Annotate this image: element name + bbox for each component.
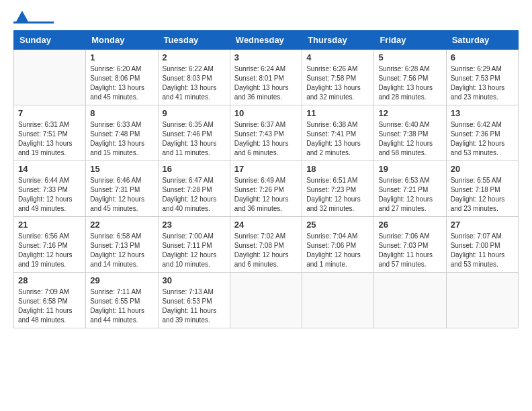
calendar-cell: 4Sunrise: 6:26 AM Sunset: 7:58 PM Daylig… xyxy=(302,50,374,105)
day-number: 13 xyxy=(451,108,514,118)
calendar-cell: 30Sunrise: 7:13 AM Sunset: 6:53 PM Dayli… xyxy=(158,273,230,328)
calendar-cell: 23Sunrise: 7:00 AM Sunset: 7:11 PM Dayli… xyxy=(158,217,230,273)
weekday-header-wednesday: Wednesday xyxy=(230,31,302,50)
day-info: Sunrise: 7:13 AM Sunset: 6:53 PM Dayligh… xyxy=(163,287,226,325)
calendar-cell: 7Sunrise: 6:31 AM Sunset: 7:51 PM Daylig… xyxy=(14,105,86,161)
calendar-cell: 25Sunrise: 7:04 AM Sunset: 7:06 PM Dayli… xyxy=(302,217,374,273)
day-number: 3 xyxy=(234,52,298,62)
calendar-cell: 20Sunrise: 6:55 AM Sunset: 7:18 PM Dayli… xyxy=(446,161,518,217)
day-info: Sunrise: 6:55 AM Sunset: 7:18 PM Dayligh… xyxy=(451,176,514,214)
calendar-cell: 13Sunrise: 6:42 AM Sunset: 7:36 PM Dayli… xyxy=(446,105,518,161)
calendar-week-row: 7Sunrise: 6:31 AM Sunset: 7:51 PM Daylig… xyxy=(14,105,519,161)
calendar-cell: 10Sunrise: 6:37 AM Sunset: 7:43 PM Dayli… xyxy=(230,105,302,161)
day-info: Sunrise: 6:44 AM Sunset: 7:33 PM Dayligh… xyxy=(18,176,81,214)
calendar-cell: 24Sunrise: 7:02 AM Sunset: 7:08 PM Dayli… xyxy=(230,217,302,273)
calendar-cell: 14Sunrise: 6:44 AM Sunset: 7:33 PM Dayli… xyxy=(14,161,86,217)
day-number: 24 xyxy=(234,220,298,230)
day-info: Sunrise: 7:06 AM Sunset: 7:03 PM Dayligh… xyxy=(378,232,441,269)
calendar-cell: 22Sunrise: 6:58 AM Sunset: 7:13 PM Dayli… xyxy=(86,217,158,273)
calendar-cell: 26Sunrise: 7:06 AM Sunset: 7:03 PM Dayli… xyxy=(374,217,446,273)
day-number: 26 xyxy=(378,220,441,230)
calendar-cell: 29Sunrise: 7:11 AM Sunset: 6:55 PM Dayli… xyxy=(86,273,158,328)
weekday-header-thursday: Thursday xyxy=(302,31,374,50)
calendar-cell: 27Sunrise: 7:07 AM Sunset: 7:00 PM Dayli… xyxy=(446,217,518,273)
day-info: Sunrise: 6:20 AM Sunset: 8:06 PM Dayligh… xyxy=(90,64,153,102)
day-number: 20 xyxy=(451,164,514,174)
calendar-cell xyxy=(374,273,446,328)
calendar-week-row: 1Sunrise: 6:20 AM Sunset: 8:06 PM Daylig… xyxy=(14,50,519,105)
day-number: 2 xyxy=(163,52,226,62)
calendar-cell: 2Sunrise: 6:22 AM Sunset: 8:03 PM Daylig… xyxy=(158,50,230,105)
day-number: 8 xyxy=(90,108,153,118)
calendar-cell: 18Sunrise: 6:51 AM Sunset: 7:23 PM Dayli… xyxy=(302,161,374,217)
day-info: Sunrise: 6:26 AM Sunset: 7:58 PM Dayligh… xyxy=(306,64,369,102)
day-number: 15 xyxy=(90,164,153,174)
day-info: Sunrise: 7:02 AM Sunset: 7:08 PM Dayligh… xyxy=(234,232,298,269)
day-number: 25 xyxy=(306,220,369,230)
weekday-header-monday: Monday xyxy=(86,31,158,50)
calendar-cell: 6Sunrise: 6:29 AM Sunset: 7:53 PM Daylig… xyxy=(446,50,518,105)
day-number: 6 xyxy=(451,52,514,62)
calendar-cell xyxy=(14,50,86,105)
calendar-cell: 5Sunrise: 6:28 AM Sunset: 7:56 PM Daylig… xyxy=(374,50,446,105)
day-number: 10 xyxy=(234,108,298,118)
calendar-cell xyxy=(230,273,302,328)
calendar-table: SundayMondayTuesdayWednesdayThursdayFrid… xyxy=(13,30,519,328)
day-info: Sunrise: 6:33 AM Sunset: 7:48 PM Dayligh… xyxy=(90,120,153,158)
day-info: Sunrise: 6:58 AM Sunset: 7:13 PM Dayligh… xyxy=(90,232,153,269)
calendar-cell: 11Sunrise: 6:38 AM Sunset: 7:41 PM Dayli… xyxy=(302,105,374,161)
day-info: Sunrise: 6:40 AM Sunset: 7:38 PM Dayligh… xyxy=(378,120,441,158)
day-number: 19 xyxy=(378,164,441,174)
day-number: 21 xyxy=(18,220,81,230)
day-number: 5 xyxy=(378,52,441,62)
day-number: 22 xyxy=(90,220,153,230)
calendar-week-row: 21Sunrise: 6:56 AM Sunset: 7:16 PM Dayli… xyxy=(14,217,519,273)
day-number: 27 xyxy=(451,220,514,230)
day-info: Sunrise: 6:35 AM Sunset: 7:46 PM Dayligh… xyxy=(163,120,226,158)
weekday-header-sunday: Sunday xyxy=(14,31,86,50)
calendar-cell: 15Sunrise: 6:46 AM Sunset: 7:31 PM Dayli… xyxy=(86,161,158,217)
day-info: Sunrise: 6:37 AM Sunset: 7:43 PM Dayligh… xyxy=(234,120,298,158)
day-number: 1 xyxy=(90,52,153,62)
weekday-header-friday: Friday xyxy=(374,31,446,50)
day-info: Sunrise: 7:00 AM Sunset: 7:11 PM Dayligh… xyxy=(163,232,226,269)
day-info: Sunrise: 6:29 AM Sunset: 7:53 PM Dayligh… xyxy=(451,64,514,102)
day-number: 28 xyxy=(18,275,81,285)
calendar-cell xyxy=(446,273,518,328)
logo xyxy=(13,13,54,24)
day-number: 14 xyxy=(18,164,81,174)
day-number: 18 xyxy=(306,164,369,174)
day-info: Sunrise: 7:09 AM Sunset: 6:58 PM Dayligh… xyxy=(18,287,81,325)
day-info: Sunrise: 6:56 AM Sunset: 7:16 PM Dayligh… xyxy=(18,232,81,269)
day-number: 30 xyxy=(163,275,226,285)
calendar-cell: 8Sunrise: 6:33 AM Sunset: 7:48 PM Daylig… xyxy=(86,105,158,161)
weekday-header-saturday: Saturday xyxy=(446,31,518,50)
day-number: 16 xyxy=(163,164,226,174)
day-number: 4 xyxy=(306,52,369,62)
calendar-cell: 19Sunrise: 6:53 AM Sunset: 7:21 PM Dayli… xyxy=(374,161,446,217)
day-info: Sunrise: 6:38 AM Sunset: 7:41 PM Dayligh… xyxy=(306,120,369,158)
calendar-week-row: 28Sunrise: 7:09 AM Sunset: 6:58 PM Dayli… xyxy=(14,273,519,328)
calendar-cell: 3Sunrise: 6:24 AM Sunset: 8:01 PM Daylig… xyxy=(230,50,302,105)
logo-underline xyxy=(13,21,54,24)
day-info: Sunrise: 6:24 AM Sunset: 8:01 PM Dayligh… xyxy=(234,64,298,102)
day-info: Sunrise: 6:47 AM Sunset: 7:28 PM Dayligh… xyxy=(163,176,226,214)
calendar-cell: 16Sunrise: 6:47 AM Sunset: 7:28 PM Dayli… xyxy=(158,161,230,217)
day-info: Sunrise: 6:51 AM Sunset: 7:23 PM Dayligh… xyxy=(306,176,369,214)
day-info: Sunrise: 6:22 AM Sunset: 8:03 PM Dayligh… xyxy=(163,64,226,102)
calendar-cell: 1Sunrise: 6:20 AM Sunset: 8:06 PM Daylig… xyxy=(86,50,158,105)
day-number: 9 xyxy=(163,108,226,118)
day-info: Sunrise: 7:07 AM Sunset: 7:00 PM Dayligh… xyxy=(451,232,514,269)
day-number: 7 xyxy=(18,108,81,118)
calendar-cell: 17Sunrise: 6:49 AM Sunset: 7:26 PM Dayli… xyxy=(230,161,302,217)
day-info: Sunrise: 6:49 AM Sunset: 7:26 PM Dayligh… xyxy=(234,176,298,214)
day-info: Sunrise: 6:31 AM Sunset: 7:51 PM Dayligh… xyxy=(18,120,81,158)
weekday-header-tuesday: Tuesday xyxy=(158,31,230,50)
calendar-cell: 9Sunrise: 6:35 AM Sunset: 7:46 PM Daylig… xyxy=(158,105,230,161)
header xyxy=(13,13,519,24)
day-info: Sunrise: 7:04 AM Sunset: 7:06 PM Dayligh… xyxy=(306,232,369,269)
calendar-cell: 21Sunrise: 6:56 AM Sunset: 7:16 PM Dayli… xyxy=(14,217,86,273)
day-info: Sunrise: 6:42 AM Sunset: 7:36 PM Dayligh… xyxy=(451,120,514,158)
weekday-header-row: SundayMondayTuesdayWednesdayThursdayFrid… xyxy=(14,31,519,50)
day-number: 12 xyxy=(378,108,441,118)
